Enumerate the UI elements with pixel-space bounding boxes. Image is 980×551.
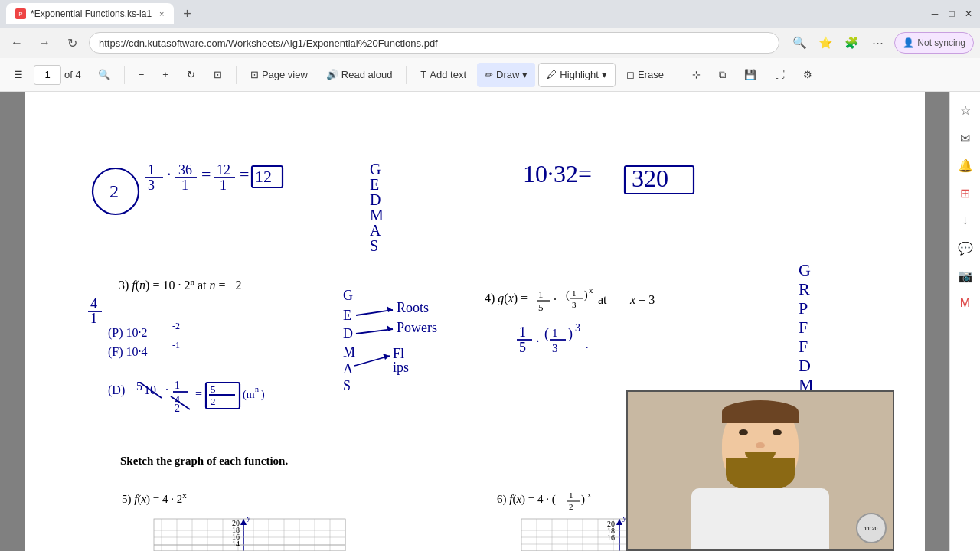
right-sidebar: ☆ ✉ 🔔 ⊞ ↓ 💬 📷 M xyxy=(949,92,980,551)
svg-text:n: n xyxy=(255,385,259,393)
svg-text:·: · xyxy=(536,334,540,349)
svg-text:G: G xyxy=(343,288,353,303)
title-bar: P *Exponential Functions.ks-ia1 × + ─ □ … xyxy=(0,0,980,28)
svg-text:): ) xyxy=(261,389,265,401)
extensions-icon[interactable]: 🧩 xyxy=(841,32,862,54)
address-bar: ← → ↻ https://cdn.kutasoftware.com/Works… xyxy=(0,28,980,58)
svg-text:E: E xyxy=(343,308,351,323)
svg-line-45 xyxy=(140,383,162,398)
content-area: .hw { fill: none; stroke: #00008b; strok… xyxy=(0,92,980,551)
page-number-input[interactable] xyxy=(34,65,61,85)
sidebar-social-icon[interactable]: 💬 xyxy=(953,236,978,260)
search-icon[interactable]: 🔍 xyxy=(789,32,810,54)
save-button[interactable]: 💾 xyxy=(737,63,764,87)
profile-label: Not syncing xyxy=(917,37,965,48)
page-view-button[interactable]: ⊡ Page view xyxy=(243,63,315,87)
add-text-label: Add text xyxy=(430,69,466,80)
svg-text:(m: (m xyxy=(243,389,255,401)
draw-label: Draw xyxy=(496,69,519,80)
fit-button[interactable]: ⊡ xyxy=(206,63,230,87)
svg-text:10: 10 xyxy=(144,383,156,396)
svg-text:=: = xyxy=(195,387,202,400)
svg-text:5: 5 xyxy=(136,380,142,393)
profile-button[interactable]: 👤 Not syncing xyxy=(894,32,974,54)
svg-text:S: S xyxy=(343,378,351,393)
active-tab[interactable]: P *Exponential Functions.ks-ia1 × xyxy=(6,3,174,24)
svg-text:E: E xyxy=(370,176,379,193)
erase-icon: ◻ xyxy=(626,69,635,80)
person-head xyxy=(722,400,799,488)
person-beard xyxy=(726,458,795,492)
pdf-toolbar: ☰ of 4 🔍 − + ↻ ⊡ ⊡ Page view 🔊 Read alou… xyxy=(0,58,980,92)
rotate-button[interactable]: ↻ xyxy=(179,63,203,87)
sidebar-toggle-button[interactable]: ☰ xyxy=(6,63,31,87)
fullscreen-button[interactable]: ⛶ xyxy=(767,63,792,87)
add-text-button[interactable]: T Add text xyxy=(413,63,474,87)
sidebar-download-icon[interactable]: ↓ xyxy=(953,208,978,233)
window-controls: ─ □ ✕ xyxy=(929,8,974,19)
zoom-in-button[interactable]: + xyxy=(155,63,176,87)
highlight-dropdown-icon: ▾ xyxy=(602,69,607,80)
svg-rect-155 xyxy=(154,519,345,551)
svg-text:5: 5 xyxy=(538,302,544,313)
svg-text:1: 1 xyxy=(569,491,573,500)
toolbar-separator-4 xyxy=(678,66,678,84)
forward-button[interactable]: → xyxy=(34,32,55,54)
svg-text:2: 2 xyxy=(109,181,119,201)
svg-text:3: 3 xyxy=(572,300,577,309)
sidebar-instagram-icon[interactable]: 📷 xyxy=(953,263,978,288)
sidebar-mail-icon[interactable]: ✉ xyxy=(953,126,978,150)
svg-text:=: = xyxy=(240,165,249,184)
sidebar-favorites-icon[interactable]: ☆ xyxy=(953,98,978,122)
address-input[interactable]: https://cdn.kutasoftware.com/Worksheets/… xyxy=(89,32,779,54)
tab-bar: P *Exponential Functions.ks-ia1 × + xyxy=(6,3,198,24)
svg-text:D: D xyxy=(799,356,811,375)
draw-button[interactable]: ✏ Draw ▾ xyxy=(477,63,535,87)
svg-line-50 xyxy=(171,396,190,409)
svg-text:2: 2 xyxy=(211,396,216,407)
new-tab-button[interactable]: + xyxy=(177,3,198,24)
highlight-button[interactable]: 🖊 Highlight ▾ xyxy=(538,63,616,87)
svg-rect-23 xyxy=(625,166,694,194)
svg-text:D: D xyxy=(343,326,353,341)
svg-text:): ) xyxy=(584,289,588,302)
svg-text:(: ( xyxy=(544,326,549,342)
copy-button[interactable]: ⧉ xyxy=(711,63,733,87)
zoom-out-button[interactable]: − xyxy=(131,63,152,87)
browser-settings-icon[interactable]: ⋯ xyxy=(867,32,888,54)
refresh-button[interactable]: ↻ xyxy=(61,32,83,54)
minimize-button[interactable]: ─ xyxy=(929,8,940,19)
search-pdf-button[interactable]: 🔍 xyxy=(90,63,118,87)
svg-marker-134 xyxy=(616,519,622,525)
svg-text:5: 5 xyxy=(519,340,526,355)
svg-text:6)  f(x) = 4 · (: 6) f(x) = 4 · ( xyxy=(497,493,556,506)
svg-text:1: 1 xyxy=(148,162,155,178)
pdf-viewer[interactable]: .hw { fill: none; stroke: #00008b; strok… xyxy=(0,92,949,551)
svg-text:R: R xyxy=(799,279,810,298)
back-button[interactable]: ← xyxy=(6,32,28,54)
svg-text:ips: ips xyxy=(393,360,409,375)
close-button[interactable]: ✕ xyxy=(963,8,974,19)
sidebar-gmail-icon[interactable]: M xyxy=(953,291,978,315)
svg-text:x = 3: x = 3 xyxy=(629,293,655,306)
svg-rect-53 xyxy=(206,383,240,409)
pdf-settings-button[interactable]: ⚙ xyxy=(795,63,820,87)
sidebar-notification-icon[interactable]: 🔔 xyxy=(953,153,978,178)
svg-rect-14 xyxy=(252,166,283,187)
sidebar-office-icon[interactable]: ⊞ xyxy=(953,181,978,205)
draw-icon: ✏ xyxy=(485,69,493,80)
read-aloud-button[interactable]: 🔊 Read aloud xyxy=(318,63,400,87)
svg-text:·: · xyxy=(554,293,557,306)
svg-text:F: F xyxy=(799,337,808,356)
tab-close-button[interactable]: × xyxy=(159,9,164,18)
svg-text:10·32=: 10·32= xyxy=(523,160,592,187)
select-button[interactable]: ⊹ xyxy=(684,63,708,87)
page-view-label: Page view xyxy=(262,69,308,80)
read-aloud-label: Read aloud xyxy=(341,69,393,80)
browser-toolbar: 🔍 ⭐ 🧩 ⋯ xyxy=(789,32,888,54)
erase-button[interactable]: ◻ Erase xyxy=(619,63,671,87)
favorites-icon[interactable]: ⭐ xyxy=(815,32,836,54)
maximize-button[interactable]: □ xyxy=(946,8,957,19)
person-hair xyxy=(722,400,799,423)
svg-text:A: A xyxy=(343,361,353,377)
